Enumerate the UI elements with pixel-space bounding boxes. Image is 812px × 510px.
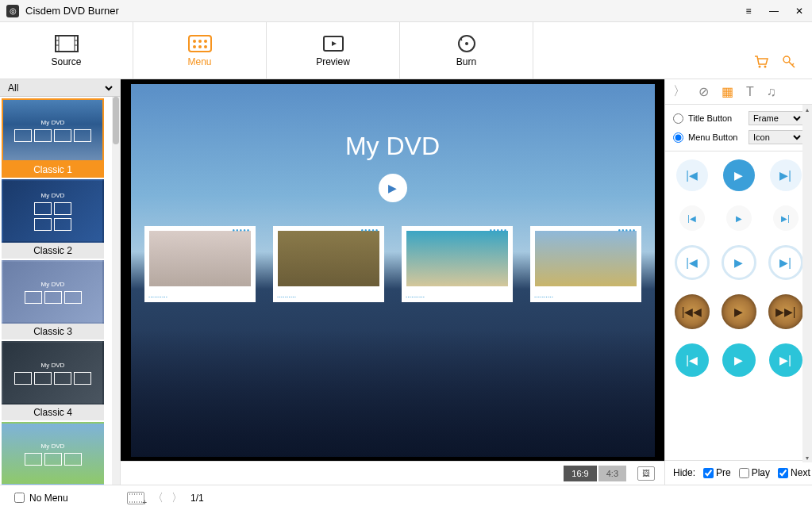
nav-style-next[interactable]: ▶▶| [768, 294, 803, 329]
hide-next-checkbox[interactable]: Next [778, 467, 810, 478]
scroll-down-icon[interactable]: ▾ [802, 453, 812, 462]
nav-style-play[interactable]: ▶ [723, 159, 755, 191]
cart-icon[interactable] [753, 55, 769, 69]
toolbar-menu-label: Menu [187, 56, 211, 67]
image-add-button[interactable]: 🖼 [637, 466, 655, 481]
toolbar-preview-label: Preview [316, 56, 350, 67]
nav-style-play[interactable]: ▶ [722, 245, 756, 280]
nav-style-prev[interactable]: |◀ [675, 245, 710, 280]
svg-point-18 [759, 66, 761, 68]
sidebar-scrollbar[interactable] [112, 97, 120, 485]
nav-style-next[interactable]: ▶| [769, 343, 802, 377]
main-toolbar: Source Menu Preview Burn [0, 22, 812, 79]
nav-style-play[interactable]: ▶ [726, 205, 752, 231]
dvd-title[interactable]: My DVD [345, 132, 440, 161]
svg-point-20 [783, 56, 790, 63]
nav-style-play[interactable]: ▶ [722, 294, 756, 329]
panel-collapse-icon[interactable]: 〉 [673, 83, 686, 100]
app-icon: ◎ [6, 5, 19, 17]
tab-layout-icon[interactable]: ▦ [722, 84, 733, 99]
close-icon[interactable]: ✕ [793, 5, 806, 17]
template-classic-2[interactable]: My DVD Classic 2 [2, 179, 104, 259]
page-prev-button[interactable]: 〈 [152, 491, 164, 505]
toolbar-preview[interactable]: Preview [267, 22, 400, 79]
title-button-select[interactable]: Frame [749, 111, 804, 125]
template-sidebar: All My DVD Classic 1 My DVD Classic 2 My… [0, 79, 121, 485]
template-classic-1[interactable]: My DVD Classic 1 [2, 98, 104, 178]
title-button-radio[interactable] [673, 113, 683, 124]
title-button-label: Title Button [688, 113, 744, 123]
template-classic-4[interactable]: My DVD Classic 4 [2, 341, 104, 420]
template-classic-3[interactable]: My DVD Classic 3 [2, 260, 104, 339]
nav-style-prev[interactable]: |◀◀ [675, 294, 710, 329]
nav-button-styles: |◀ ▶ ▶| |◀ ▶ ▶| |◀ ▶ ▶| |◀◀ ▶ ▶▶| |◀ ▶ [665, 151, 812, 460]
aspect-16-9-button[interactable]: 16:9 [564, 466, 596, 481]
tab-text-icon[interactable]: T [746, 85, 754, 99]
toolbar-burn[interactable]: Burn [400, 22, 533, 79]
hide-pre-checkbox[interactable]: Pre [703, 467, 731, 478]
svg-line-22 [792, 63, 794, 65]
toolbar-source[interactable]: Source [0, 22, 133, 79]
svg-point-13 [204, 45, 207, 48]
titlebar: ◎ Cisdem DVD Burner ≡ — ✕ [0, 0, 812, 22]
dvd-chapter-1[interactable]: ●●●●●▪▪▪▪▪▪▪▪▪▪ [144, 226, 256, 302]
source-icon [54, 34, 79, 53]
page-indicator: 1/1 [190, 493, 204, 504]
menu-button-radio[interactable] [673, 132, 683, 143]
burn-icon [454, 34, 479, 53]
toolbar-menu[interactable]: Menu [133, 22, 267, 79]
tab-style-icon[interactable]: ⊘ [698, 84, 709, 99]
svg-point-17 [465, 42, 468, 45]
minimize-icon[interactable]: — [768, 5, 780, 17]
dvd-play-button[interactable]: ▶ [379, 174, 407, 202]
nav-style-next[interactable]: ▶| [768, 245, 803, 280]
toolbar-burn-label: Burn [456, 56, 476, 67]
nav-style-prev[interactable]: |◀ [679, 205, 705, 231]
dvd-chapter-3[interactable]: ●●●●●▪▪▪▪▪▪▪▪▪▪ [402, 226, 513, 302]
bottom-bar: No Menu + 〈 〉 1/1 [0, 485, 812, 510]
menu-icon[interactable]: ≡ [742, 5, 755, 17]
add-chapter-icon[interactable]: + [127, 492, 144, 504]
template-list[interactable]: My DVD Classic 1 My DVD Classic 2 My DVD… [0, 97, 112, 485]
svg-marker-15 [332, 41, 337, 46]
app-title: Cisdem DVD Burner [25, 5, 742, 17]
toolbar-source-label: Source [51, 56, 81, 67]
svg-point-12 [198, 45, 202, 48]
svg-point-8 [193, 40, 196, 43]
scroll-up-icon[interactable]: ▴ [802, 105, 812, 114]
page-next-button[interactable]: 〉 [171, 491, 183, 505]
nav-style-next[interactable]: ▶| [773, 205, 799, 231]
hide-play-checkbox[interactable]: Play [739, 467, 770, 478]
hide-label: Hide: [673, 467, 695, 478]
aspect-4-3-button[interactable]: 4:3 [598, 466, 626, 481]
panel-scrollbar[interactable]: ▴ ▾ [802, 105, 812, 462]
dvd-menu-preview: My DVD ▶ ●●●●●▪▪▪▪▪▪▪▪▪▪ ●●●●●▪▪▪▪▪▪▪▪▪▪… [131, 84, 655, 457]
svg-rect-7 [189, 36, 211, 52]
menu-button-select[interactable]: Icon [749, 130, 804, 144]
dvd-chapter-4[interactable]: ●●●●●▪▪▪▪▪▪▪▪▪▪ [530, 226, 641, 302]
key-icon[interactable] [782, 55, 796, 69]
svg-point-9 [198, 40, 202, 43]
menu-grid-icon [187, 34, 213, 53]
svg-point-11 [193, 45, 196, 48]
svg-point-10 [204, 40, 207, 43]
preview-icon [321, 34, 346, 53]
nav-style-prev[interactable]: |◀ [675, 343, 709, 377]
no-menu-checkbox[interactable]: No Menu [14, 493, 68, 504]
tab-music-icon[interactable]: ♫ [767, 85, 776, 99]
nav-style-play[interactable]: ▶ [722, 343, 756, 377]
preview-canvas: My DVD ▶ ●●●●●▪▪▪▪▪▪▪▪▪▪ ●●●●●▪▪▪▪▪▪▪▪▪▪… [121, 79, 664, 461]
menu-button-label: Menu Button [688, 132, 744, 142]
nav-style-prev[interactable]: |◀ [676, 159, 708, 191]
template-filter-select[interactable]: All [5, 82, 115, 94]
template-item[interactable]: My DVD [2, 422, 104, 485]
right-panel: 〉 ⊘ ▦ T ♫ Title Button Frame Menu Button… [664, 79, 812, 485]
dvd-chapter-2[interactable]: ●●●●●▪▪▪▪▪▪▪▪▪▪ [273, 226, 384, 302]
nav-style-next[interactable]: ▶| [770, 159, 802, 191]
svg-point-19 [764, 66, 767, 68]
